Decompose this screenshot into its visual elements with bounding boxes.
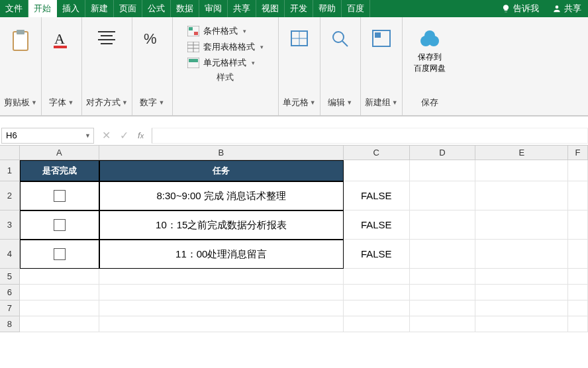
formula-input[interactable] — [152, 128, 588, 144]
cell-d1[interactable] — [410, 160, 476, 181]
name-box[interactable]: H6 ▼ — [1, 128, 94, 144]
cell-a1[interactable]: 是否完成 — [20, 160, 99, 181]
cell-f8[interactable] — [568, 316, 588, 332]
row-header-1[interactable]: 1 — [0, 160, 20, 181]
number-button[interactable]: % — [136, 29, 168, 48]
cell-f7[interactable] — [568, 300, 588, 316]
cell-styles-button[interactable]: 单元格样式▾ — [187, 57, 255, 69]
save-baidu-button[interactable]: 保存到 百度网盘 — [407, 29, 453, 74]
cell-f6[interactable] — [568, 285, 588, 300]
col-header-a[interactable]: A — [20, 146, 99, 160]
tab-new[interactable]: 新建 — [85, 0, 114, 17]
tab-file[interactable]: 文件 — [0, 0, 28, 17]
align-button[interactable] — [91, 29, 122, 46]
cell-e6[interactable] — [475, 285, 568, 300]
cell-a8[interactable] — [20, 316, 99, 332]
tab-baidu[interactable]: 百度 — [342, 0, 370, 17]
col-header-c[interactable]: C — [344, 146, 410, 160]
row-header-7[interactable]: 7 — [0, 300, 20, 316]
confirm-icon[interactable]: ✓ — [120, 129, 128, 142]
svg-rect-2 — [17, 30, 24, 34]
row-header-6[interactable]: 6 — [0, 285, 20, 300]
checkbox[interactable] — [54, 219, 66, 231]
cell-e1[interactable] — [475, 160, 568, 181]
cell-c2[interactable]: FALSE — [344, 181, 410, 210]
cell-c3[interactable]: FALSE — [344, 210, 410, 240]
cell-b7[interactable] — [99, 300, 344, 316]
col-header-f[interactable]: F — [568, 146, 588, 160]
cell-c4[interactable]: FALSE — [344, 240, 410, 269]
chevron-down-icon: ▼ — [31, 99, 37, 106]
cell-b6[interactable] — [99, 285, 344, 300]
row-header-8[interactable]: 8 — [0, 316, 20, 332]
row-header-2[interactable]: 2 — [0, 181, 20, 210]
tell-me[interactable]: 告诉我 — [495, 3, 546, 15]
fx-icon[interactable]: fx — [138, 130, 144, 140]
cell-c7[interactable] — [344, 300, 410, 316]
editing-button[interactable] — [324, 29, 356, 48]
cell-a2[interactable] — [20, 181, 99, 210]
cell-d2[interactable] — [410, 181, 476, 210]
col-header-d[interactable]: D — [410, 146, 476, 160]
cell-a6[interactable] — [20, 285, 99, 300]
cell-a5[interactable] — [20, 269, 99, 285]
row-header-3[interactable]: 3 — [0, 210, 20, 240]
cell-e3[interactable] — [475, 210, 568, 240]
cell-d8[interactable] — [410, 316, 476, 332]
row-header-4[interactable]: 4 — [0, 240, 20, 269]
newgroup-button[interactable] — [366, 29, 397, 48]
cell-f1[interactable] — [568, 160, 588, 181]
tab-review[interactable]: 审阅 — [199, 0, 228, 17]
cell-f5[interactable] — [568, 269, 588, 285]
share-button[interactable]: 共享 — [546, 3, 588, 15]
tab-share[interactable]: 共享 — [228, 0, 256, 17]
cell-a7[interactable] — [20, 300, 99, 316]
checkbox[interactable] — [54, 248, 66, 260]
cell-e2[interactable] — [475, 181, 568, 210]
table-format-button[interactable]: 套用表格格式▾ — [187, 41, 264, 53]
tab-dev[interactable]: 开发 — [285, 0, 313, 17]
cell-b4[interactable]: 11：00处理消息留言 — [99, 240, 344, 269]
checkbox[interactable] — [54, 190, 66, 202]
font-button[interactable]: A — [46, 29, 77, 49]
conditional-format-button[interactable]: 条件格式▾ — [187, 25, 246, 37]
cell-e4[interactable] — [475, 240, 568, 269]
cell-d3[interactable] — [410, 210, 476, 240]
cell-e5[interactable] — [475, 269, 568, 285]
cell-f4[interactable] — [568, 240, 588, 269]
cell-b8[interactable] — [99, 316, 344, 332]
select-all-corner[interactable] — [0, 146, 20, 160]
tab-help[interactable]: 帮助 — [313, 0, 342, 17]
cell-f3[interactable] — [568, 210, 588, 240]
cell-f2[interactable] — [568, 181, 588, 210]
cell-b1[interactable]: 任务 — [99, 160, 344, 181]
tab-insert[interactable]: 插入 — [57, 0, 85, 17]
row-header-5[interactable]: 5 — [0, 269, 20, 285]
cell-c5[interactable] — [344, 269, 410, 285]
tab-data[interactable]: 数据 — [171, 0, 199, 17]
cell-d5[interactable] — [410, 269, 476, 285]
paste-button[interactable] — [5, 29, 36, 52]
cells-button[interactable] — [283, 29, 315, 48]
tab-page[interactable]: 页面 — [114, 0, 142, 17]
cell-b3[interactable]: 10：15之前完成数据分析报表 — [99, 210, 344, 240]
cell-b2[interactable]: 8:30~9:00 完成 消息话术整理 — [99, 181, 344, 210]
cell-d4[interactable] — [410, 240, 476, 269]
cell-a3[interactable] — [20, 210, 99, 240]
cell-e8[interactable] — [475, 316, 568, 332]
col-header-e[interactable]: E — [475, 146, 568, 160]
cell-d7[interactable] — [410, 300, 476, 316]
tab-home[interactable]: 开始 — [28, 0, 57, 17]
cell-b5[interactable] — [99, 269, 344, 285]
cell-c1[interactable] — [344, 160, 410, 181]
table-format-icon — [187, 42, 199, 52]
cell-c8[interactable] — [344, 316, 410, 332]
tab-view[interactable]: 视图 — [256, 0, 285, 17]
col-header-b[interactable]: B — [99, 146, 344, 160]
cell-e7[interactable] — [475, 300, 568, 316]
cancel-icon[interactable]: ✕ — [102, 129, 111, 142]
cell-a4[interactable] — [20, 240, 99, 269]
cell-d6[interactable] — [410, 285, 476, 300]
tab-formula[interactable]: 公式 — [142, 0, 171, 17]
cell-c6[interactable] — [344, 285, 410, 300]
